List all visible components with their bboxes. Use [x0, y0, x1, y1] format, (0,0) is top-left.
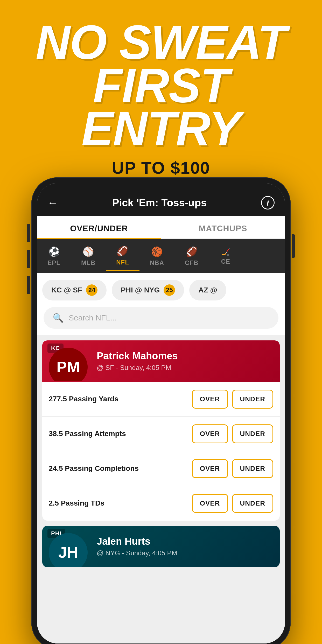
- player-header-hurts: PHI JH Jalen Hurts @ NYG - Sunday, 4:05 …: [42, 526, 280, 567]
- player-avatar-hurts: JH: [49, 533, 88, 567]
- sport-filter-bar: ⚽ EPL ⚾ MLB 🏈 NFL 🏀 NBA 🏈 CFB: [37, 239, 285, 273]
- main-tabs: OVER/UNDER MATCHUPS: [37, 216, 285, 239]
- promo-header: NO SWEAT FIRST ENTRY UP TO $100: [0, 0, 322, 188]
- game-pill-az[interactable]: AZ @: [189, 280, 226, 300]
- over-button-passing-attempts[interactable]: OVER: [192, 424, 228, 443]
- search-icon: 🔍: [53, 313, 64, 323]
- game-pills-bar: KC @ SF 24 PHI @ NYG 25 AZ @: [37, 273, 285, 307]
- baseball-icon: ⚾: [82, 246, 94, 257]
- under-button-passing-yards[interactable]: UNDER: [232, 390, 273, 409]
- stat-label-passing-yards: 277.5 Passing Yards: [49, 394, 187, 404]
- game-pill-az-label: AZ @: [198, 286, 217, 294]
- player-avatar-mahomes: PM: [49, 348, 88, 381]
- ce-icon: 🏒: [221, 247, 230, 256]
- player-game-mahomes: @ SF - Sunday, 4:05 PM: [97, 364, 273, 372]
- app-header: ← Pick 'Em: Toss-ups i: [37, 183, 285, 216]
- game-pill-phi-nyg-label: PHI @ NYG: [121, 286, 160, 294]
- stat-buttons-passing-completions: OVER UNDER: [192, 459, 273, 478]
- stat-row-passing-attempts: 38.5 Passing Attempts OVER UNDER: [42, 417, 280, 451]
- over-button-passing-tds[interactable]: OVER: [192, 494, 228, 513]
- stat-rows-mahomes: 277.5 Passing Yards OVER UNDER 38.5 Pass…: [42, 382, 280, 521]
- game-pill-kc-sf-label: KC @ SF: [51, 286, 82, 294]
- sport-mlb[interactable]: ⚾ MLB: [71, 242, 106, 270]
- game-pill-phi-nyg-count: 25: [164, 284, 175, 296]
- football-icon: 🏈: [117, 246, 128, 257]
- game-pill-phi-nyg[interactable]: PHI @ NYG 25: [112, 280, 184, 300]
- stat-buttons-passing-tds: OVER UNDER: [192, 494, 273, 513]
- stat-buttons-passing-attempts: OVER UNDER: [192, 424, 273, 443]
- sport-nba-label: NBA: [150, 259, 164, 267]
- back-button[interactable]: ←: [47, 197, 58, 209]
- search-container: 🔍 Search NFL...: [37, 307, 285, 335]
- sport-epl-label: EPL: [47, 259, 60, 267]
- player-header-mahomes: KC PM Patrick Mahomes @ SF - Sunday, 4:0…: [42, 340, 280, 382]
- sport-nba[interactable]: 🏀 NBA: [139, 242, 174, 270]
- player-info-mahomes: Patrick Mahomes @ SF - Sunday, 4:05 PM: [90, 343, 280, 380]
- sport-ce[interactable]: 🏒 CE: [209, 243, 242, 269]
- soccer-icon: ⚽: [48, 246, 60, 257]
- sport-nfl-label: NFL: [116, 259, 129, 266]
- stat-label-passing-completions: 24.5 Passing Completions: [49, 464, 187, 473]
- sport-mlb-label: MLB: [81, 259, 95, 267]
- info-button[interactable]: i: [261, 196, 275, 209]
- player-card-hurts: PHI JH Jalen Hurts @ NYG - Sunday, 4:05 …: [42, 526, 280, 567]
- promo-title: NO SWEAT FIRST ENTRY: [16, 21, 306, 150]
- player-name-hurts: Jalen Hurts: [97, 536, 273, 547]
- under-button-passing-completions[interactable]: UNDER: [232, 459, 273, 478]
- phone-frame: ← Pick 'Em: Toss-ups i OVER/UNDER MATCHU…: [31, 177, 291, 644]
- player-card-mahomes: KC PM Patrick Mahomes @ SF - Sunday, 4:0…: [42, 340, 280, 521]
- cfb-football-icon: 🏈: [186, 246, 198, 257]
- search-box[interactable]: 🔍 Search NFL...: [44, 307, 278, 329]
- game-pill-kc-sf[interactable]: KC @ SF 24: [42, 280, 107, 300]
- over-button-passing-yards[interactable]: OVER: [192, 390, 228, 409]
- stat-row-passing-tds: 2.5 Passing TDs OVER UNDER: [42, 486, 280, 521]
- promo-subtitle: UP TO $100: [16, 158, 306, 178]
- player-image-mahomes: PM: [49, 341, 90, 381]
- stat-label-passing-tds: 2.5 Passing TDs: [49, 499, 187, 508]
- phone-device: ← Pick 'Em: Toss-ups i OVER/UNDER MATCHU…: [31, 177, 291, 644]
- under-button-passing-tds[interactable]: UNDER: [232, 494, 273, 513]
- basketball-icon: 🏀: [151, 246, 163, 257]
- sport-cfb-label: CFB: [185, 259, 198, 267]
- game-pill-kc-sf-count: 24: [86, 284, 97, 296]
- sport-ce-label: CE: [221, 258, 230, 265]
- player-name-mahomes: Patrick Mahomes: [97, 351, 273, 362]
- over-button-passing-completions[interactable]: OVER: [192, 459, 228, 478]
- tab-matchups[interactable]: MATCHUPS: [161, 216, 285, 239]
- sport-epl[interactable]: ⚽ EPL: [37, 242, 71, 270]
- sport-nfl[interactable]: 🏈 NFL: [106, 242, 139, 271]
- stat-row-passing-completions: 24.5 Passing Completions OVER UNDER: [42, 451, 280, 486]
- stat-label-passing-attempts: 38.5 Passing Attempts: [49, 429, 187, 438]
- phone-screen: ← Pick 'Em: Toss-ups i OVER/UNDER MATCHU…: [37, 183, 285, 643]
- tab-over-under[interactable]: OVER/UNDER: [37, 216, 161, 239]
- search-placeholder-text: Search NFL...: [69, 313, 117, 322]
- sport-cfb[interactable]: 🏈 CFB: [174, 242, 209, 270]
- stat-buttons-passing-yards: OVER UNDER: [192, 390, 273, 409]
- player-image-hurts: JH: [49, 527, 90, 567]
- stat-row-passing-yards: 277.5 Passing Yards OVER UNDER: [42, 382, 280, 417]
- player-info-hurts: Jalen Hurts @ NYG - Sunday, 4:05 PM: [90, 528, 280, 565]
- screen-title: Pick 'Em: Toss-ups: [112, 197, 207, 209]
- content-area: KC PM Patrick Mahomes @ SF - Sunday, 4:0…: [37, 335, 285, 643]
- under-button-passing-attempts[interactable]: UNDER: [232, 424, 273, 443]
- player-game-hurts: @ NYG - Sunday, 4:05 PM: [97, 549, 273, 557]
